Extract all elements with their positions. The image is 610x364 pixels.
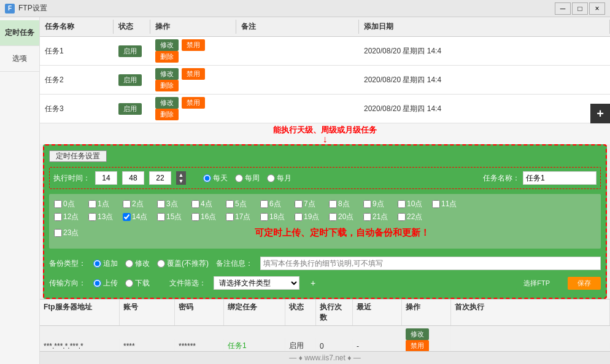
hour-check-20[interactable]	[329, 213, 337, 221]
hour-check-7[interactable]	[295, 200, 303, 208]
maximize-button[interactable]: □	[572, 2, 588, 15]
hour-check-13[interactable]	[88, 213, 96, 221]
backup-info-input[interactable]	[260, 257, 601, 270]
hour-check-15[interactable]	[157, 213, 165, 221]
ftp-modify-button[interactable]: 修改	[406, 328, 429, 340]
radio-weekly-input[interactable]	[235, 174, 243, 182]
footer-text: — ♦ www.iis7.net ♦ —	[289, 354, 360, 362]
hour-item-20: 20点	[329, 212, 361, 222]
delete-button[interactable]: 删除	[155, 80, 179, 91]
sidebar-item-options[interactable]: 选项	[0, 46, 39, 72]
col-action: 操作	[150, 20, 236, 34]
modify-button[interactable]: 修改	[155, 39, 179, 51]
file-filter-select[interactable]: 请选择文件类型	[214, 276, 299, 290]
hour-check-19[interactable]	[295, 213, 303, 221]
ftp-col-count: 执行次数	[316, 300, 353, 325]
ftp-col-task: 绑定任务	[224, 300, 285, 325]
task-action-cell: 修改 禁用 删除	[150, 95, 236, 123]
radio-upload[interactable]: 上传	[93, 278, 118, 288]
radio-modify[interactable]: 修改	[125, 258, 150, 269]
hour-check-17[interactable]	[226, 213, 234, 221]
ftp-disable-button[interactable]: 禁用	[406, 340, 429, 351]
radio-modify-input[interactable]	[125, 260, 133, 268]
hour-item-9: 9点	[363, 199, 395, 209]
disable-button[interactable]: 禁用	[182, 68, 205, 80]
hour-check-5[interactable]	[226, 200, 234, 208]
disable-button[interactable]: 禁用	[182, 97, 205, 109]
hour-input[interactable]	[95, 171, 117, 185]
hour-check-14[interactable]	[123, 213, 131, 221]
task-status-cell: 启用	[114, 72, 150, 88]
hour-check-18[interactable]	[260, 213, 268, 221]
ftp-col-action: 操作	[402, 300, 451, 325]
add-task-button[interactable]: +	[590, 104, 610, 123]
hour-check-4[interactable]	[191, 200, 199, 208]
task-note-cell	[236, 106, 359, 111]
hour-check-23[interactable]	[54, 229, 62, 237]
hour-check-2[interactable]	[123, 200, 131, 208]
radio-append-input[interactable]	[93, 260, 101, 268]
main-layout: 定时任务 选项 任务名称 状态 操作 备注 添加日期 任务1 启用	[0, 17, 610, 364]
hour-check-11[interactable]	[432, 200, 440, 208]
hour-check-6[interactable]	[260, 200, 268, 208]
hour-item-1: 1点	[88, 199, 120, 209]
ftp-server-cell: ***.***.*.***.*	[40, 339, 120, 352]
second-input[interactable]	[149, 171, 171, 185]
enable-button[interactable]: 启用	[118, 45, 142, 57]
hour-check-3[interactable]	[157, 200, 165, 208]
task-action-cell: 修改 禁用 删除	[150, 66, 236, 94]
hour-check-0[interactable]	[54, 200, 62, 208]
col-note: 备注	[236, 20, 359, 34]
radio-daily[interactable]: 每天	[203, 173, 228, 184]
radio-weekly[interactable]: 每周	[235, 173, 260, 184]
radio-overwrite-input[interactable]	[157, 260, 165, 268]
minimize-button[interactable]: ─	[555, 2, 571, 15]
settings-panel: 定时任务设置 执行时间： ▲▼ 每天 每周	[43, 144, 607, 299]
ftp-col-account: 账号	[120, 300, 175, 325]
radio-download[interactable]: 下载	[125, 278, 150, 288]
time-spinner[interactable]: ▲▼	[176, 171, 186, 185]
hour-check-8[interactable]	[329, 200, 337, 208]
hour-item-13: 13点	[88, 212, 120, 222]
minute-input[interactable]	[122, 171, 144, 185]
hour-item-2: 2点	[123, 199, 155, 209]
hour-item-0: 0点	[54, 199, 86, 209]
modify-button[interactable]: 修改	[155, 68, 179, 80]
modify-button[interactable]: 修改	[155, 97, 179, 109]
task-status-cell: 启用	[114, 101, 150, 117]
table-row: 任务3 启用 修改 禁用 删除 2020/08/20 星期四 14:4	[40, 95, 610, 123]
hour-check-21[interactable]	[363, 213, 371, 221]
hour-check-10[interactable]	[398, 200, 406, 208]
close-button[interactable]: ×	[589, 2, 605, 15]
sidebar-item-scheduled-tasks[interactable]: 定时任务	[0, 20, 39, 46]
select-ftp-button[interactable]: 选择FTP	[516, 277, 557, 290]
table-row: 任务2 启用 修改 禁用 删除 2020/08/20 星期四 14:4	[40, 66, 610, 95]
task-name-input[interactable]	[523, 171, 596, 185]
time-radio-row: 执行时间： ▲▼ 每天 每周 每月	[49, 167, 601, 189]
radio-append[interactable]: 追加	[93, 258, 118, 269]
hour-check-22[interactable]	[398, 213, 406, 221]
delete-button[interactable]: 删除	[155, 109, 179, 120]
radio-upload-input[interactable]	[93, 279, 101, 287]
enable-button[interactable]: 启用	[118, 74, 142, 86]
hour-check-1[interactable]	[88, 200, 96, 208]
hour-item-4: 4点	[191, 199, 223, 209]
radio-download-input[interactable]	[125, 279, 133, 287]
enable-button[interactable]: 启用	[118, 103, 142, 115]
hour-check-16[interactable]	[191, 213, 199, 221]
delete-button[interactable]: 删除	[155, 51, 179, 63]
radio-monthly-input[interactable]	[267, 174, 275, 182]
hour-check-12[interactable]	[54, 213, 62, 221]
task-action-cell: 修改 禁用 删除	[150, 37, 236, 65]
hour-item-14: 14点	[123, 212, 155, 222]
save-button[interactable]: 保存	[568, 277, 601, 290]
radio-overwrite[interactable]: 覆盖(不推荐)	[157, 258, 209, 269]
add-file-filter-button[interactable]: +	[307, 276, 319, 290]
radio-daily-input[interactable]	[203, 174, 211, 182]
hour-item-23: 23点	[54, 225, 86, 241]
radio-monthly[interactable]: 每月	[267, 173, 291, 184]
hour-check-9[interactable]	[363, 200, 371, 208]
task-table-area: 任务名称 状态 操作 备注 添加日期 任务1 启用 修改 禁用 删除	[40, 17, 610, 123]
disable-button[interactable]: 禁用	[182, 39, 205, 51]
hour-item-18: 18点	[260, 212, 292, 222]
